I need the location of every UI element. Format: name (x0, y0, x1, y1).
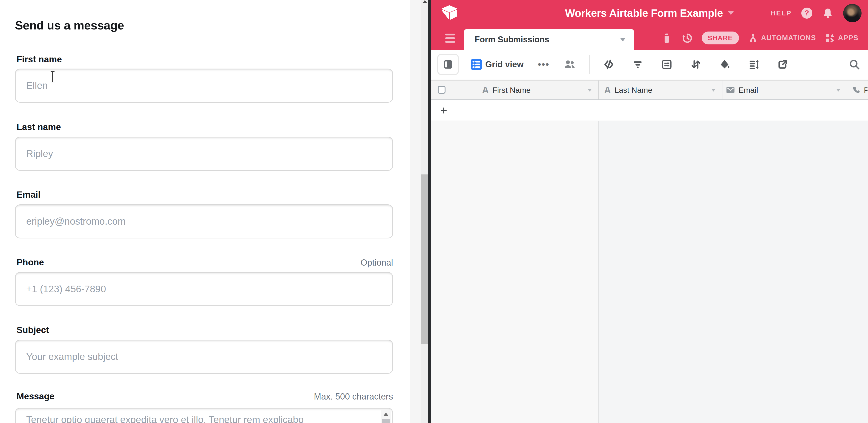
table-tab-label: Form Submissions (475, 35, 549, 44)
airtable-window: Workers Airtable Form Example HELP ? (431, 0, 868, 423)
base-title-caret-icon[interactable] (728, 11, 734, 15)
window-divider (428, 0, 431, 423)
page-scrollbar-thumb[interactable] (421, 175, 428, 344)
column-dropdown-caret-icon[interactable] (711, 89, 715, 92)
notifications-bell-icon[interactable] (822, 7, 834, 19)
message-scrollbar[interactable] (381, 410, 391, 423)
column-name: Phone (864, 86, 868, 95)
phone-field-type-icon (852, 86, 860, 94)
first-name-input[interactable] (15, 68, 393, 103)
toolbar-divider (589, 55, 590, 73)
sidebar-menu-icon[interactable] (445, 34, 455, 43)
apps-label: APPS (838, 34, 858, 42)
phone-optional-note: Optional (361, 258, 393, 268)
email-input[interactable] (15, 204, 393, 238)
add-row[interactable]: + (431, 100, 868, 121)
message-label: Message (17, 391, 55, 401)
history-icon[interactable] (681, 32, 693, 44)
help-button[interactable]: HELP (771, 9, 792, 17)
base-title[interactable]: Workers Airtable Form Example (565, 7, 723, 19)
help-question-icon[interactable]: ? (801, 8, 812, 19)
group-icon[interactable] (661, 59, 673, 70)
column-divider-line (599, 100, 599, 121)
column-name: Email (739, 86, 758, 95)
tab-form-submissions[interactable]: Form Submissions (464, 29, 634, 50)
subject-input[interactable] (15, 340, 393, 374)
filter-icon[interactable] (632, 59, 644, 70)
sidebar-toggle-icon (444, 60, 452, 68)
scroll-up-arrow-icon[interactable] (383, 413, 389, 416)
user-avatar[interactable] (843, 4, 862, 22)
view-toolbar: Grid view ••• (431, 50, 868, 80)
column-header-email[interactable]: Email (722, 81, 847, 99)
phone-input[interactable] (15, 272, 393, 306)
contact-form-pane: Send us a message First name Last name E… (0, 0, 410, 423)
table-tab-caret-icon[interactable] (620, 38, 625, 41)
column-dropdown-caret-icon[interactable] (588, 89, 592, 92)
more-options-icon[interactable]: ••• (538, 59, 550, 70)
message-scrollbar-thumb[interactable] (382, 419, 390, 423)
grid-view-icon (471, 59, 482, 70)
apps-icon (825, 33, 835, 43)
text-field-type-icon: A (604, 85, 611, 95)
airtable-topbar: Workers Airtable Form Example HELP ? (431, 0, 868, 26)
phone-label: Phone (17, 257, 44, 267)
message-textarea[interactable]: Tenetur optio quaerat expedita vero et i… (15, 408, 393, 423)
automations-icon (748, 33, 758, 43)
share-button[interactable]: SHARE (702, 32, 739, 44)
first-name-label: First name (17, 54, 62, 64)
email-label: Email (17, 190, 40, 200)
automations-label: AUTOMATIONS (761, 34, 816, 42)
column-name: First Name (492, 86, 531, 95)
form-pane-gutter (410, 0, 421, 423)
trash-icon[interactable] (661, 32, 672, 43)
column-header-phone[interactable]: Phone (847, 81, 868, 99)
collaborators-icon[interactable] (563, 58, 576, 71)
form-heading: Send us a message (15, 19, 124, 32)
subject-label: Subject (17, 325, 49, 335)
scroll-up-arrow-icon[interactable] (423, 0, 427, 3)
screen: Send us a message First name Last name E… (0, 0, 868, 423)
view-name-label: Grid view (485, 60, 524, 69)
text-cursor-ibeam (50, 71, 55, 82)
sort-icon[interactable] (690, 59, 702, 70)
add-row-plus-icon[interactable]: + (440, 103, 447, 117)
column-header-last-name[interactable]: A Last Name (599, 81, 722, 99)
airtable-tabbar: Form Submissions SHARE (431, 26, 868, 50)
automations-button[interactable]: AUTOMATIONS (748, 33, 816, 43)
column-dropdown-caret-icon[interactable] (836, 89, 840, 92)
last-name-label: Last name (17, 122, 61, 132)
last-name-input[interactable] (15, 137, 393, 171)
text-field-type-icon: A (482, 85, 489, 95)
column-header-first-name[interactable]: A First Name (431, 81, 599, 99)
page-scrollbar[interactable] (421, 0, 428, 423)
grid-header-row: A First Name A Last Name Email (431, 80, 868, 100)
fill-color-icon[interactable] (719, 59, 731, 70)
hide-fields-icon[interactable] (603, 59, 615, 70)
apps-button[interactable]: APPS (825, 33, 858, 43)
column-name: Last Name (615, 86, 652, 95)
grid-body-rest (599, 121, 868, 423)
grid-body (431, 121, 868, 423)
grid-view-button[interactable]: Grid view (471, 59, 524, 70)
row-height-icon[interactable] (748, 59, 760, 70)
view-sidebar-toggle-button[interactable] (437, 54, 459, 75)
search-icon[interactable] (849, 59, 860, 70)
message-placeholder: Tenetur optio quaerat expedita vero et i… (26, 414, 367, 423)
select-all-checkbox[interactable] (438, 86, 445, 94)
share-view-icon[interactable] (777, 59, 788, 70)
grid-body-primary-column (431, 121, 599, 423)
message-max-note: Max. 500 characters (314, 392, 393, 401)
email-field-type-icon (726, 86, 735, 94)
